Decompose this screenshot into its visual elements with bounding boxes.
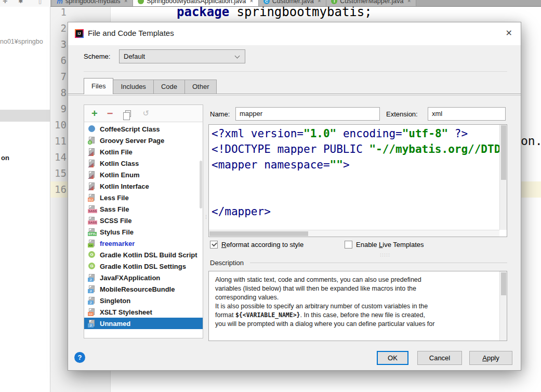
line-number: 3 (50, 36, 68, 53)
editor-tab-label: SpringbootMybatisApplication.java (147, 0, 246, 5)
template-list-item[interactable]: JMobileResourceBundle (84, 283, 203, 295)
checkbox-box[interactable] (345, 241, 352, 249)
tab-close-icon[interactable]: ✕ (249, 0, 254, 4)
tab-close-icon[interactable]: ✕ (318, 0, 322, 4)
intellij-logo-icon (75, 29, 84, 38)
list-scrollbar-thumb[interactable] (200, 161, 202, 208)
splitter-grip[interactable]: ⋮ (204, 216, 207, 231)
code-token: <!DOCTYPE mapper PUBLIC (212, 143, 369, 155)
scrollbar-thumb[interactable] (501, 272, 506, 295)
description-segment: variables (listed below) that will then … (215, 285, 416, 292)
tab-close-icon[interactable]: ✕ (407, 0, 412, 4)
template-list-item[interactable]: <>freemarker (84, 238, 203, 249)
coffeescript-template-icon (88, 125, 97, 133)
splitter-grip[interactable]: ·········· (380, 253, 390, 257)
extension-input[interactable]: xml (428, 107, 506, 121)
description-segment: It is also possible to specify an arbitr… (215, 303, 428, 310)
template-list-item[interactable]: STYLStylus File (84, 226, 203, 238)
tab-code[interactable]: Code (154, 80, 185, 94)
ok-button[interactable]: OK (377, 351, 408, 365)
collapse-all-icon[interactable]: ✚ (3, 0, 7, 5)
template-name: Kotlin Interface (100, 182, 149, 190)
editor-horizontal-scrollbar[interactable] (209, 230, 499, 237)
project-panel[interactable]: no01¥springbo on (0, 7, 50, 392)
description-line: variables (listed below) that will then … (215, 284, 496, 293)
settings-icon[interactable]: ✱ (18, 0, 23, 5)
cancel-button[interactable]: Cancel (417, 351, 462, 365)
tab-files[interactable]: Files (84, 78, 113, 94)
remove-template-icon[interactable]: − (107, 108, 113, 120)
line-number: 10 (50, 117, 68, 133)
name-input[interactable]: mapper (235, 107, 380, 121)
stylus-template-icon: STYL (88, 228, 97, 236)
code-line (212, 188, 499, 204)
dialog-tab-bar: FilesIncludesCodeOther (84, 78, 217, 94)
template-list-item[interactable]: {L}Less File (84, 192, 203, 203)
description-segment: you will be prompted with a dialog where… (215, 320, 434, 328)
project-text-fragment: on (1, 154, 9, 162)
checkbox-box[interactable] (210, 241, 218, 249)
scheme-select[interactable]: Default (119, 49, 245, 63)
editor-tab-label: springboot-mybatis (65, 0, 121, 5)
template-list-item[interactable]: Kotlin Enum (84, 169, 203, 180)
template-name: Kotlin Enum (100, 171, 140, 179)
java-template-icon: J (88, 296, 97, 305)
template-list-item[interactable]: Kotlin Class (84, 158, 203, 169)
template-list-item[interactable]: GGradle Kotlin DSL Build Script (84, 249, 203, 260)
copy-template-icon[interactable] (125, 110, 131, 117)
reset-template-icon[interactable]: ↺ (142, 109, 149, 118)
template-list-item[interactable]: JSingleton (84, 295, 203, 306)
kotlin-template-icon (88, 182, 97, 190)
template-list-item[interactable]: JJavaFXApplication (84, 272, 203, 283)
template-list-item[interactable]: JUnnamed (84, 318, 203, 329)
editor-tab[interactable]: SpringbootMybatisApplication.java✕ (133, 0, 259, 7)
template-list-item[interactable]: Kotlin Interface (84, 180, 203, 192)
editor-vertical-scrollbar[interactable] (499, 125, 507, 230)
description-scrollbar[interactable] (499, 271, 507, 341)
dialog-titlebar[interactable]: File and Code Templates ✕ (68, 22, 521, 45)
template-list-item[interactable]: SASSSCSS File (84, 215, 203, 226)
add-template-icon[interactable]: + (91, 108, 98, 120)
code-token: <?xml version= (212, 127, 304, 140)
help-button[interactable]: ? (74, 352, 85, 363)
line-number: 14 (50, 149, 68, 165)
scrollbar-thumb[interactable] (501, 125, 506, 180)
editor-tab[interactable]: mspringboot-mybatis✕ (52, 0, 133, 7)
code-line: <!DOCTYPE mapper PUBLIC "-//mybatis.org/… (212, 141, 499, 157)
chevron-down-icon (235, 54, 240, 59)
java-template-icon: J (88, 319, 97, 328)
editor-tab[interactable]: CCustomer.java✕ (259, 0, 326, 7)
scrollbar-thumb[interactable] (209, 231, 308, 236)
bookmark-icon[interactable]: ▯ (38, 0, 42, 5)
live-templates-checkbox[interactable]: Enable Live Templates (345, 241, 424, 249)
description-line: corresponding values. (215, 293, 496, 302)
line-number: 16 (50, 181, 68, 198)
template-list-item[interactable]: GGroovy Server Page (84, 135, 203, 146)
reformat-checkbox[interactable]: Reformat according to style (210, 241, 304, 249)
close-icon[interactable]: ✕ (506, 28, 512, 38)
sass-template-icon: SASS (88, 216, 97, 225)
template-list-item[interactable]: <>XSLT Stylesheet (84, 306, 203, 318)
editor-tab-label: Customer.java (272, 0, 314, 5)
extension-label: Extension: (386, 110, 418, 118)
divider (250, 263, 507, 263)
template-name: Groovy Server Page (100, 137, 164, 145)
project-tree-selection[interactable] (0, 110, 50, 122)
java-badge-icon: J (88, 289, 94, 293)
editor-tab-label: CustomerMapper.java (340, 0, 403, 5)
template-list-item[interactable]: CoffeeScript Class (84, 123, 203, 135)
gradle-icon: G (88, 251, 95, 258)
tab-includes[interactable]: Includes (113, 80, 153, 94)
template-list-item[interactable]: Kotlin File (84, 146, 203, 158)
template-code[interactable]: <?xml version="1.0" encoding="utf-8" ?><… (209, 126, 499, 230)
gradle-icon: G (88, 263, 95, 269)
editor-tab[interactable]: ICustomerMapper.java✕ (326, 0, 416, 7)
apply-button[interactable]: Apply (469, 351, 512, 365)
code-token: > (343, 159, 350, 171)
template-list-item[interactable]: GGradle Kotlin DSL Settings (84, 260, 203, 272)
template-list-item[interactable]: SASSSass File (84, 203, 203, 215)
description-segment: Along with static text, code and comment… (215, 276, 421, 283)
tab-other[interactable]: Other (185, 80, 217, 94)
template-code-editor[interactable]: <?xml version="1.0" encoding="utf-8" ?><… (208, 124, 507, 237)
tab-close-icon[interactable]: ✕ (124, 0, 128, 4)
